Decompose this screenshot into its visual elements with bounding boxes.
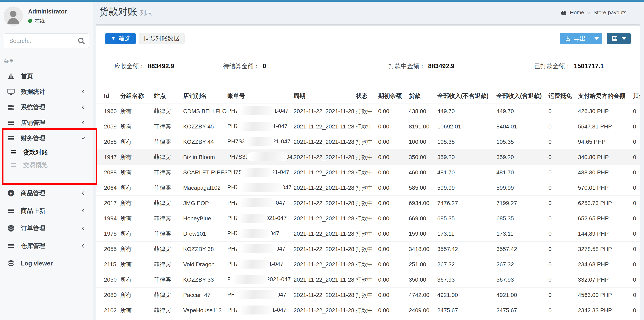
sidebar-item-data-stats[interactable]: 数据统计	[0, 84, 93, 99]
redaction-blob	[237, 260, 270, 268]
cell: 菲律宾	[154, 287, 183, 303]
bar-chart-icon	[6, 72, 16, 80]
sidebar-item-label: 店铺管理	[21, 119, 45, 127]
cell: 2021-11-22_2021-11-28	[294, 226, 356, 242]
table-row[interactable]: 2080所有菲律宾Paccar_47PH0472021-11-22_2021-1…	[96, 287, 640, 303]
cell: 1994	[96, 211, 120, 226]
cell: 3557.42	[437, 242, 496, 257]
search-input[interactable]	[4, 34, 89, 48]
table-row[interactable]: 1975所有菲律宾Drew101PH70472021-11-22_2021-11…	[96, 226, 640, 242]
breadcrumb-home[interactable]: Home	[570, 10, 584, 16]
top-accent-bar	[0, 0, 644, 2]
table-row[interactable]: 2055所有菲律宾KOZZBY 38PH70472021-11-22_2021-…	[96, 242, 640, 257]
table-row[interactable]: 2102所有菲律宾VapeHouse113PH71-0472021-11-22_…	[96, 303, 640, 318]
column-header[interactable]: 其他	[633, 88, 640, 104]
cell: 所有	[120, 242, 154, 257]
cell: 菲律宾	[154, 134, 183, 150]
table-row[interactable]: 2050所有菲律宾KOZZBY 33P2021-0472021-11-22_20…	[96, 272, 640, 287]
cell: VapeHouse113	[183, 303, 227, 318]
cell: 0	[633, 257, 640, 272]
column-header[interactable]: 账单号	[227, 88, 294, 104]
cell: 350.00	[409, 272, 437, 287]
redaction-blob	[237, 183, 284, 192]
cell: 2409.00	[409, 303, 437, 318]
sidebar-item-system[interactable]: 系统管理	[0, 99, 93, 115]
cell: Drew101	[183, 226, 227, 242]
column-visibility-button[interactable]	[607, 33, 631, 44]
table-row[interactable]: 2064所有菲律宾Macapagal102PH70472021-11-22_20…	[96, 180, 640, 196]
cell: 所有	[120, 104, 154, 119]
table-row[interactable]: 1960所有菲律宾CDMS BELLFLOWERPH71-0472021-11-…	[96, 104, 640, 119]
cell: 打款中	[356, 287, 378, 303]
sync-reconciliation-button[interactable]: 同步对账数据	[139, 33, 184, 44]
table-row[interactable]: 1994所有菲律宾HoneyBluePH7021-0472021-11-22_2…	[96, 211, 640, 226]
table-row[interactable]: 2059所有菲律宾KOZZBY 45PH71-0472021-11-22_202…	[96, 119, 640, 134]
redaction-blob	[244, 137, 274, 146]
column-header[interactable]: Id	[96, 88, 120, 104]
search-icon[interactable]	[77, 37, 86, 45]
cell: 2021-11-22_2021-11-28	[294, 272, 356, 287]
cell: KOZZBY 44	[183, 134, 227, 150]
sidebar-item-store-payouts[interactable]: 货款对账	[0, 146, 93, 159]
cell: 2875.00	[409, 318, 437, 320]
column-header[interactable]: 全部收入(含退款)	[496, 88, 548, 104]
table-row[interactable]: 2088所有菲律宾SCARLET RIPESPH7S21-0472021-11-…	[96, 165, 640, 180]
sidebar-item-log-viewer[interactable]: Log viewer	[0, 255, 93, 272]
cell: 0	[633, 287, 640, 303]
sidebar-item-new-products[interactable]: 商品上新	[0, 202, 93, 220]
cell: 0	[548, 104, 578, 119]
cell: 2058	[96, 134, 120, 150]
export-dropdown-toggle[interactable]	[591, 33, 602, 44]
cell: 2875.00	[437, 318, 496, 320]
column-header[interactable]: 运费抵免	[548, 88, 578, 104]
cell: 0	[633, 180, 640, 196]
cell: 0	[548, 211, 578, 226]
cell: 2734.01 PHP	[578, 318, 633, 320]
redaction-blob	[240, 168, 273, 177]
cell: 0.00	[378, 104, 409, 119]
column-header[interactable]: 分组名称	[120, 88, 154, 104]
cell: 0	[633, 242, 640, 257]
sidebar-item-finance[interactable]: 财务管理	[0, 130, 93, 146]
cell: Biz in Bloom	[183, 150, 227, 165]
column-header[interactable]: 店铺别名	[183, 88, 227, 104]
sidebar-item-home[interactable]: 首页	[0, 68, 93, 84]
column-header[interactable]: 全部收入(不含退款)	[437, 88, 496, 104]
cell: 2021-11-22_2021-11-28	[294, 180, 356, 196]
cell: 0.00	[378, 242, 409, 257]
table-row[interactable]: 2058所有菲律宾KOZZBY 44PH7S321-0472021-11-22_…	[96, 134, 640, 150]
column-header[interactable]: 状态	[356, 88, 378, 104]
cell: KOZZBY 45	[183, 119, 227, 134]
sidebar-item-products[interactable]: P商品管理	[0, 184, 93, 202]
content-card: 筛选 同步对账数据 导出	[96, 24, 640, 320]
cell: 所有	[120, 119, 154, 134]
column-header[interactable]: 站点	[154, 88, 183, 104]
table-row[interactable]: 1947所有菲律宾Biz in BloomPH7S390472021-11-22…	[96, 150, 640, 165]
cell: 0	[548, 287, 578, 303]
cell: Macapagal102	[183, 180, 227, 196]
column-header[interactable]: 期初余额	[378, 88, 409, 104]
export-button[interactable]: 导出	[560, 33, 591, 44]
redaction-blob	[237, 305, 274, 314]
bill-number-cell: PH7047	[227, 180, 294, 196]
cell: 599.99	[437, 180, 496, 196]
sidebar-item-orders[interactable]: 订单管理	[0, 220, 93, 237]
table-row[interactable]: 2017所有菲律宾JMG POPPH7-0472021-11-22_2021-1…	[96, 196, 640, 211]
column-header[interactable]: 周期	[294, 88, 356, 104]
table-row[interactable]: 2060所有菲律宾KOZZBY 47PH7021-0472021-11-22_2…	[96, 318, 640, 320]
cell: 2342.33 PHP	[578, 303, 633, 318]
cell: 0.00	[378, 165, 409, 180]
table-row[interactable]: 2115所有菲律宾Void DragonPH71-0472021-11-22_2…	[96, 257, 640, 272]
cell: 585.00	[409, 180, 437, 196]
column-header[interactable]: 货款	[409, 88, 437, 104]
cell: 0.00	[378, 180, 409, 196]
column-header[interactable]: 支付给卖方的金额	[578, 88, 633, 104]
filter-button[interactable]: 筛选	[105, 33, 136, 44]
table-grid-icon	[611, 35, 618, 42]
chevron-left-icon	[80, 89, 86, 94]
sidebar-item-warehouse[interactable]: 仓库管理	[0, 237, 93, 255]
bill-number-cell: PH7S321-047	[227, 134, 294, 150]
sidebar-item-shops[interactable]: 店铺管理	[0, 115, 93, 130]
menu-section-label: 菜单	[4, 58, 93, 64]
sidebar-item-transactions[interactable]: 交易概览	[0, 159, 93, 171]
